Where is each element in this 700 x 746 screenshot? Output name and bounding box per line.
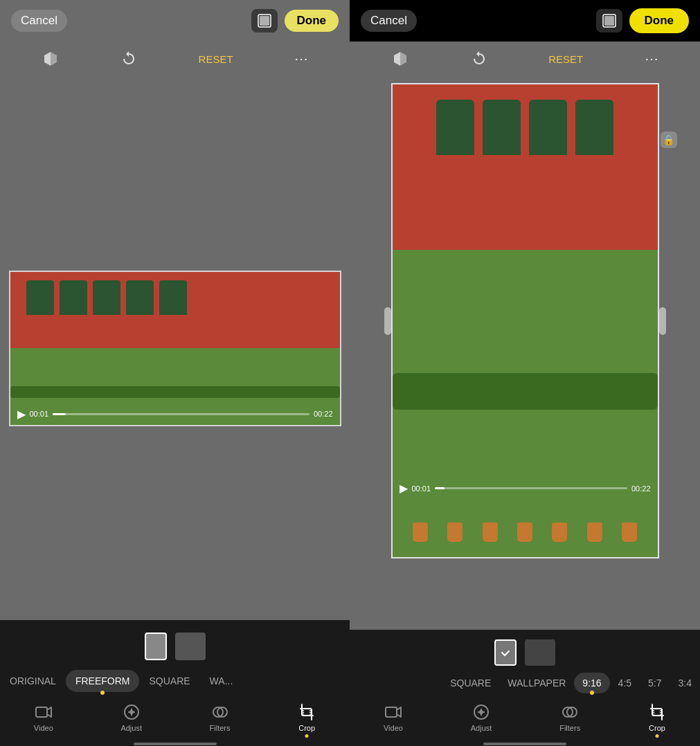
- right-cancel-button[interactable]: Cancel: [361, 10, 417, 32]
- right-video-controls: ▶ 00:01 00:22: [400, 482, 651, 495]
- left-reset-button[interactable]: RESET: [199, 53, 233, 65]
- svg-point-4: [129, 710, 134, 714]
- crop-mode-icon: [257, 13, 272, 28]
- right-thumb-check-icon: [501, 648, 510, 657]
- left-toolbar-crop[interactable]: Crop: [298, 703, 316, 732]
- left-brick-wall: [10, 272, 340, 356]
- right-crop-mode-icon: [602, 13, 617, 28]
- svg-rect-2: [36, 707, 47, 717]
- left-time-end: 00:22: [314, 410, 333, 418]
- right-pot-3: [483, 522, 498, 542]
- left-video-container: ▶ 00:01 00:22: [9, 271, 341, 426]
- left-done-button[interactable]: Done: [285, 10, 339, 32]
- left-toolbar-adjust-label: Adjust: [120, 724, 142, 732]
- left-freeform-indicator: [100, 691, 105, 695]
- right-time-end: 00:22: [631, 484, 651, 493]
- left-aspect-thumbnails: [0, 627, 350, 666]
- right-lock-icon[interactable]: 🔒: [661, 131, 677, 148]
- right-tab-5-7[interactable]: 5:7: [640, 673, 670, 693]
- right-window-2: [483, 100, 521, 155]
- left-tab-freeform[interactable]: FREEFORM: [66, 670, 140, 692]
- left-home-bar: [134, 743, 217, 745]
- right-toolbar-crop[interactable]: Crop: [648, 703, 666, 732]
- left-play-button[interactable]: ▶: [17, 408, 26, 421]
- right-aspect-thumbnails: [350, 635, 700, 670]
- left-crop-toolbar-icon: [298, 703, 316, 721]
- right-progress-bar[interactable]: [435, 487, 627, 489]
- right-crop-mode-button[interactable]: [596, 9, 622, 33]
- right-thumb-portrait[interactable]: [494, 639, 517, 666]
- right-tab-4-5[interactable]: 4:5: [610, 673, 640, 693]
- left-more-icon[interactable]: ⋯: [294, 51, 308, 67]
- right-reset-button[interactable]: RESET: [548, 53, 583, 65]
- right-filters-toolbar-icon: [561, 703, 579, 721]
- left-window-2: [60, 280, 87, 315]
- right-tab-3-4[interactable]: 3:4: [670, 673, 700, 693]
- right-flip-icon[interactable]: [391, 50, 409, 68]
- right-pot-2: [447, 522, 463, 542]
- left-aspect-tabs: ORIGINAL FREEFORM SQUARE WA...: [0, 666, 350, 696]
- right-video-area: 🔒: [350, 76, 700, 630]
- right-tab-wallpaper[interactable]: WALLPAPER: [499, 673, 574, 693]
- left-crop-active-dot: [305, 734, 309, 738]
- right-toolbar-video-label: Video: [384, 724, 403, 732]
- right-tab-9-16[interactable]: 9:16: [574, 673, 609, 693]
- left-cancel-button[interactable]: Cancel: [11, 10, 67, 32]
- left-thumb-portrait[interactable]: [145, 633, 167, 660]
- right-panel: Cancel Done RESET ⋯: [350, 0, 700, 746]
- left-top-bar: Cancel Done: [0, 0, 350, 42]
- right-home-indicator: [350, 742, 700, 746]
- right-adjust-toolbar-icon: [472, 703, 490, 721]
- right-toolbar-adjust-label: Adjust: [471, 724, 492, 732]
- svg-rect-15: [654, 709, 661, 716]
- right-toolbar-filters[interactable]: Filters: [559, 703, 580, 732]
- left-home-indicator: [0, 742, 350, 746]
- right-window-1: [436, 100, 474, 155]
- left-windows-row: [26, 280, 323, 315]
- right-video-toolbar-icon: [384, 703, 402, 721]
- left-bottom-toolbar: Video Adjust Filters: [0, 696, 350, 742]
- right-play-button[interactable]: ▶: [400, 482, 408, 495]
- right-handle-left[interactable]: [384, 307, 391, 335]
- left-video-toolbar-icon: [35, 703, 53, 721]
- right-brick-wall: [393, 84, 658, 273]
- right-aspect-tabs: SQUARE WALLPAPER 9:16 4:5 5:7 3:4: [350, 670, 700, 696]
- left-crop-mode-button[interactable]: [251, 9, 278, 33]
- right-windows-row: [400, 100, 649, 155]
- right-progress-fill: [435, 487, 445, 489]
- left-toolbar-filters-label: Filters: [210, 724, 231, 732]
- left-toolbar-filters[interactable]: Filters: [210, 703, 231, 732]
- right-916-indicator: [590, 691, 594, 695]
- left-progress-bar[interactable]: [53, 413, 309, 415]
- svg-rect-9: [604, 16, 614, 26]
- right-crop-active-dot: [656, 734, 659, 738]
- right-thumb-landscape[interactable]: [525, 639, 555, 666]
- right-more-icon[interactable]: ⋯: [645, 51, 658, 67]
- left-rotate-icon[interactable]: [120, 51, 137, 67]
- right-tab-square[interactable]: SQUARE: [442, 673, 499, 693]
- right-done-button[interactable]: Done: [629, 8, 690, 33]
- right-pots-row: [406, 522, 645, 542]
- left-hedge: [10, 386, 340, 398]
- right-pot-4: [517, 522, 532, 542]
- right-handle-right[interactable]: [659, 307, 666, 335]
- left-tab-square[interactable]: SQUARE: [139, 670, 199, 692]
- left-tab-wallpaper[interactable]: WA...: [200, 670, 243, 692]
- right-window-4: [575, 100, 613, 155]
- left-flip-icon[interactable]: [42, 50, 60, 68]
- right-toolbar-filters-label: Filters: [559, 724, 580, 732]
- left-toolbar-video[interactable]: Video: [34, 703, 53, 732]
- right-bottom-section: SQUARE WALLPAPER 9:16 4:5 5:7 3:4: [350, 630, 700, 746]
- right-toolbar-adjust[interactable]: Adjust: [471, 703, 492, 732]
- left-window-1: [26, 280, 54, 315]
- left-window-3: [93, 280, 120, 315]
- right-time-start: 00:01: [412, 484, 431, 493]
- left-panel: Cancel Done RESET ⋯: [0, 0, 350, 746]
- left-toolbar-adjust[interactable]: Adjust: [120, 703, 142, 732]
- right-rotate-icon[interactable]: [471, 51, 487, 67]
- right-toolbar-video[interactable]: Video: [384, 703, 403, 732]
- left-thumb-landscape[interactable]: [175, 633, 206, 660]
- left-time-start: 00:01: [30, 410, 49, 418]
- right-top-bar: Cancel Done: [350, 0, 700, 42]
- left-tab-original[interactable]: ORIGINAL: [0, 670, 66, 692]
